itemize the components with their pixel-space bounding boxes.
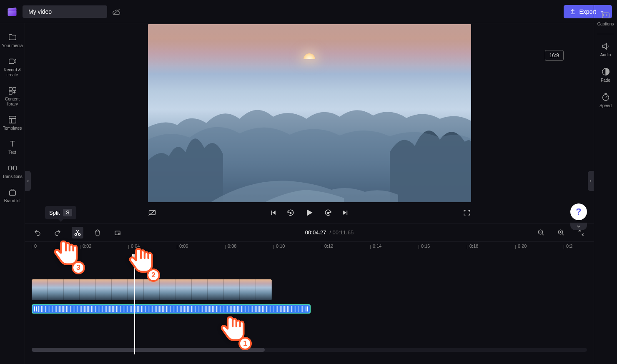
- video-preview[interactable]: [148, 24, 471, 202]
- fullscreen-icon[interactable]: [463, 208, 471, 217]
- crop-button[interactable]: [112, 227, 123, 238]
- svg-rect-6: [9, 91, 12, 94]
- filters-toggle-icon[interactable]: [148, 208, 156, 217]
- split-button[interactable]: [72, 227, 83, 238]
- timeline-panel: Split S 00:04.27 / 00:11.65 0 0:02 0:04 …: [25, 223, 594, 364]
- timeline-tracks[interactable]: [25, 254, 594, 354]
- forward-5-icon[interactable]: 5: [324, 208, 332, 217]
- sidebar-item-content-library[interactable]: Content library: [0, 82, 25, 111]
- zoom-in-button[interactable]: [555, 227, 567, 238]
- split-shortcut-key: S: [63, 209, 72, 216]
- skip-end-icon[interactable]: [341, 208, 350, 217]
- skip-start-icon[interactable]: [269, 208, 277, 217]
- split-tooltip: Split S: [45, 206, 76, 219]
- svg-rect-3: [9, 59, 14, 64]
- timeline-toolbar: 00:04.27 / 00:11.65: [25, 223, 594, 242]
- play-button[interactable]: [304, 207, 315, 218]
- project-title-input[interactable]: [23, 5, 107, 18]
- sidebar-item-transitions[interactable]: Transitions: [0, 159, 25, 183]
- timeline-ruler[interactable]: 0 0:02 0:04 0:06 0:08 0:10 0:12 0:14 0:1…: [25, 242, 594, 254]
- annotation-hand-1: 1: [218, 314, 247, 352]
- audio-clip[interactable]: [32, 304, 311, 314]
- svg-rect-8: [8, 166, 11, 170]
- help-caret[interactable]: [570, 223, 587, 230]
- sidebar-item-fade[interactable]: Fade: [594, 62, 617, 88]
- app-header: Export: [0, 0, 617, 23]
- sidebar-item-templates[interactable]: Templates: [0, 111, 25, 135]
- app-logo[interactable]: [5, 5, 19, 19]
- undo-button[interactable]: [32, 227, 43, 238]
- sidebar-item-audio[interactable]: Audio: [594, 37, 617, 62]
- svg-text:5: 5: [290, 212, 291, 214]
- delete-button[interactable]: [92, 227, 103, 238]
- preview-panel: 16:9 5 5: [25, 23, 594, 223]
- svg-rect-10: [9, 191, 15, 195]
- annotation-hand-3: 3: [51, 238, 80, 276]
- video-track[interactable]: [32, 279, 587, 301]
- svg-rect-4: [9, 88, 12, 90]
- sidebar-item-record-create[interactable]: Record & create: [0, 53, 25, 82]
- sidebar-item-captions[interactable]: Captions: [594, 6, 617, 31]
- svg-text:5: 5: [327, 212, 329, 214]
- audio-track[interactable]: [32, 304, 587, 314]
- sidebar-item-text[interactable]: Text: [0, 135, 25, 159]
- zoom-out-button[interactable]: [535, 227, 547, 238]
- sidebar-item-brand-kit[interactable]: Brand kit: [0, 183, 25, 208]
- playback-controls: 5 5: [148, 202, 471, 223]
- help-button[interactable]: ?: [570, 203, 587, 220]
- time-display: 00:04.27 / 00:11.65: [305, 229, 354, 236]
- time-total: 00:11.65: [333, 229, 354, 236]
- sidebar-item-speed[interactable]: Speed: [594, 88, 617, 113]
- annotation-hand-2: 2: [126, 245, 155, 284]
- rewind-5-icon[interactable]: 5: [286, 208, 295, 217]
- timeline-h-scrollbar[interactable]: [32, 348, 587, 352]
- sidebar-right: Captions Audio Fade Speed: [594, 0, 617, 364]
- redo-button[interactable]: [52, 227, 63, 238]
- sidebar-item-your-media[interactable]: Your media: [0, 28, 25, 53]
- svg-rect-5: [13, 88, 15, 90]
- svg-rect-7: [9, 116, 16, 123]
- sidebar-left: Your media Record & create Content libra…: [0, 23, 25, 364]
- time-current: 00:04.27: [305, 229, 326, 236]
- aspect-ratio-button[interactable]: 16:9: [545, 50, 564, 61]
- cloud-sync-icon[interactable]: [112, 8, 120, 16]
